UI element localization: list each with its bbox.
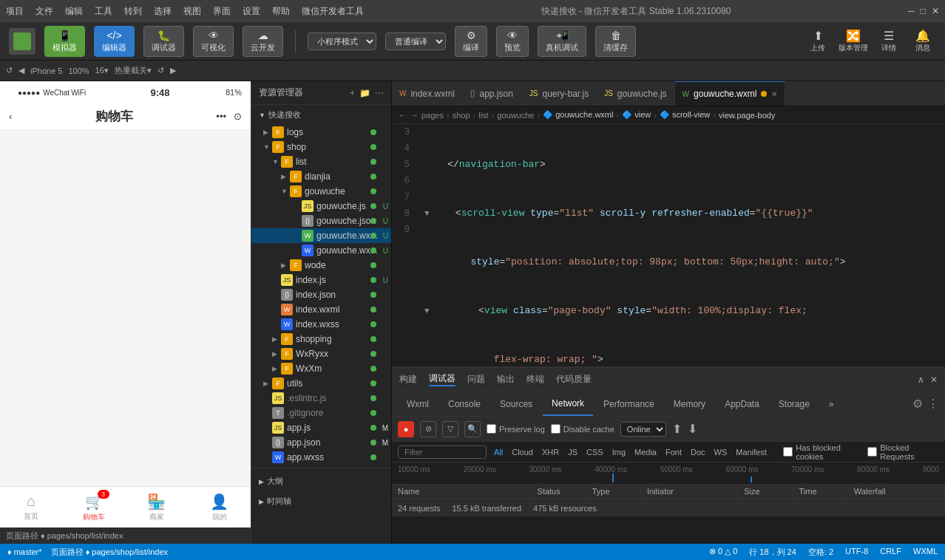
- filter-icon-btn[interactable]: ▽: [442, 421, 458, 437]
- minimize-button[interactable]: ─: [908, 6, 915, 16]
- filter-css[interactable]: CSS: [583, 448, 606, 457]
- preview-button[interactable]: 👁 预览: [496, 26, 529, 57]
- menu-item-help[interactable]: 帮助: [272, 5, 290, 18]
- filter-js[interactable]: JS: [565, 448, 580, 457]
- close-button[interactable]: ✕: [932, 6, 939, 16]
- filter-ws[interactable]: WS: [711, 448, 731, 457]
- preserve-log-label[interactable]: Preserve log: [487, 424, 545, 434]
- more-icon[interactable]: ⋮: [927, 397, 939, 411]
- tree-item-wode[interactable]: ▶ F wode: [251, 258, 391, 273]
- tree-item-wxryxx[interactable]: ▶ F WxRyxx: [251, 346, 391, 361]
- tree-item-eslint[interactable]: JS .eslintrc.js: [251, 391, 391, 406]
- simulator-button[interactable]: 📱 模拟器: [44, 26, 85, 57]
- new-file-icon[interactable]: +: [350, 88, 355, 98]
- close-tab-icon[interactable]: ✕: [771, 90, 777, 98]
- devtool-tab-terminal[interactable]: 终端: [526, 373, 544, 386]
- tree-item-app-wxss[interactable]: W app.wxss: [251, 450, 391, 465]
- visualize-button[interactable]: 👁 可视化: [193, 26, 234, 57]
- refresh-icon[interactable]: ↺: [6, 66, 13, 75]
- filter-font[interactable]: Font: [663, 448, 685, 457]
- devtool-tab-output[interactable]: 输出: [497, 373, 515, 386]
- nav-forward-icon[interactable]: →: [410, 110, 419, 120]
- dt-tab-storage[interactable]: Storage: [770, 392, 819, 416]
- gear-icon[interactable]: ⚙: [912, 397, 923, 411]
- record-button[interactable]: ●: [398, 421, 414, 437]
- tab-profile[interactable]: 👤 我的: [188, 493, 251, 522]
- section-timeline[interactable]: ▶ 时间轴: [251, 491, 391, 511]
- filter-all[interactable]: All: [491, 448, 506, 457]
- menu-item-file[interactable]: 文件: [35, 5, 53, 18]
- tree-item-gouwuche-json[interactable]: {} gouwuche.json U: [251, 214, 391, 228]
- filter-input[interactable]: [398, 445, 487, 459]
- nav-back-icon[interactable]: ←: [398, 110, 407, 120]
- filter-doc[interactable]: Doc: [688, 448, 708, 457]
- mode-select[interactable]: 小程序模式: [308, 33, 376, 50]
- compile-button[interactable]: ⚙ 编译: [455, 26, 487, 57]
- devtool-tab-issues[interactable]: 问题: [467, 373, 485, 386]
- tab-app-json[interactable]: {} app.json: [463, 81, 522, 106]
- tree-item-shopping[interactable]: ▶ F shopping: [251, 332, 391, 346]
- filter-img[interactable]: Img: [609, 448, 629, 457]
- debugger-button[interactable]: 🐛 调试器: [143, 26, 184, 57]
- blocked-requests-label[interactable]: Blocked Requests: [867, 443, 939, 461]
- throttle-select[interactable]: Online: [620, 422, 666, 437]
- export-icon[interactable]: ⬇: [688, 422, 697, 436]
- stop-record-button[interactable]: ⊘: [420, 421, 436, 437]
- menu-item-project[interactable]: 项目: [6, 5, 24, 18]
- tree-item-shop[interactable]: ▼ F shop: [251, 140, 391, 154]
- tree-item-list[interactable]: ▼ F list: [251, 154, 391, 169]
- nav-forward-icon[interactable]: ▶: [170, 66, 176, 75]
- messages-button[interactable]: 🔔 消息: [910, 29, 936, 53]
- tab-query-bar-js[interactable]: JS query-bar.js: [522, 81, 597, 106]
- back-icon[interactable]: ‹: [9, 111, 12, 122]
- nav-back-icon[interactable]: ◀: [18, 66, 24, 75]
- tree-item-index-json[interactable]: {} index.json: [251, 287, 391, 302]
- dt-tab-appdata[interactable]: AppData: [716, 392, 768, 416]
- filter-media[interactable]: Media: [631, 448, 660, 457]
- tree-item-logs[interactable]: ▶ F logs: [251, 125, 391, 140]
- dt-tab-more[interactable]: »: [820, 392, 843, 416]
- git-branch[interactable]: ♦ master*: [7, 547, 42, 556]
- menu-item-edit[interactable]: 编辑: [65, 5, 83, 18]
- tree-item-gouwuche-wxss[interactable]: W gouwuche.wx... U: [251, 243, 391, 258]
- dt-tab-performance[interactable]: Performance: [595, 392, 663, 416]
- filter-manifest[interactable]: Manifest: [733, 448, 770, 457]
- tree-item-index-js[interactable]: JS index.js U: [251, 273, 391, 287]
- tab-gouwuche-js[interactable]: JS gouwuche.js: [597, 81, 674, 106]
- tree-item-gouwuche-wxml[interactable]: W gouwuche.wx... U: [251, 228, 391, 243]
- section-outline[interactable]: ▶ 大纲: [251, 471, 391, 491]
- blocked-cookies-checkbox[interactable]: [783, 447, 793, 457]
- tree-item-utils[interactable]: ▶ F utils: [251, 376, 391, 391]
- section-label-main[interactable]: ▼ 快递搜收: [251, 105, 391, 125]
- hot-reload-label[interactable]: 热重截关▾: [115, 65, 152, 76]
- refresh-btn[interactable]: ↺: [158, 66, 164, 75]
- more-icon[interactable]: •••: [216, 111, 226, 122]
- menu-item-wechat[interactable]: 微信开发者工具: [302, 5, 364, 18]
- menu-item-interface[interactable]: 界面: [213, 5, 231, 18]
- tree-item-index-wxml[interactable]: W index.wxml: [251, 302, 391, 317]
- tree-item-app-js[interactable]: JS app.js M: [251, 420, 391, 435]
- devtool-tab-build[interactable]: 构建: [399, 373, 417, 386]
- filter-cloud[interactable]: Cloud: [509, 448, 536, 457]
- maximize-button[interactable]: □: [921, 6, 926, 16]
- dt-tab-sources[interactable]: Sources: [491, 392, 541, 416]
- cloud-button[interactable]: ☁ 云开发: [243, 26, 283, 57]
- preserve-log-checkbox[interactable]: [487, 424, 496, 434]
- devtool-tab-quality[interactable]: 代码质量: [556, 373, 592, 386]
- new-folder-icon[interactable]: 📁: [359, 88, 370, 98]
- tab-merchant[interactable]: 🏪 商家: [126, 493, 189, 522]
- tab-cart[interactable]: 🛒 3 购物车: [63, 493, 126, 522]
- dt-tab-wxml[interactable]: Wxml: [398, 392, 438, 416]
- devtool-tab-debugger[interactable]: 调试器: [429, 372, 455, 386]
- search-btn[interactable]: 🔍: [464, 421, 481, 437]
- real-debug-button[interactable]: 📲 真机调试: [538, 26, 586, 57]
- tree-item-gouwuche[interactable]: ▼ F gouwuche: [251, 184, 391, 199]
- tab-gouwuche-wxml[interactable]: W gouwuche.wxml ✕: [675, 81, 786, 106]
- dt-tab-network[interactable]: Network: [543, 392, 593, 416]
- code-editor[interactable]: 3 4 5 6 7 8 9 </navigation-bar> ▼ <scrol…: [392, 124, 945, 366]
- menu-item-view[interactable]: 视图: [183, 5, 201, 18]
- menu-item-tools[interactable]: 工具: [95, 5, 112, 18]
- menu-item-goto[interactable]: 转到: [124, 5, 142, 18]
- tree-item-dianjia[interactable]: ▶ F dianjia: [251, 169, 391, 184]
- tree-item-wxxm[interactable]: ▶ F WxXm: [251, 361, 391, 376]
